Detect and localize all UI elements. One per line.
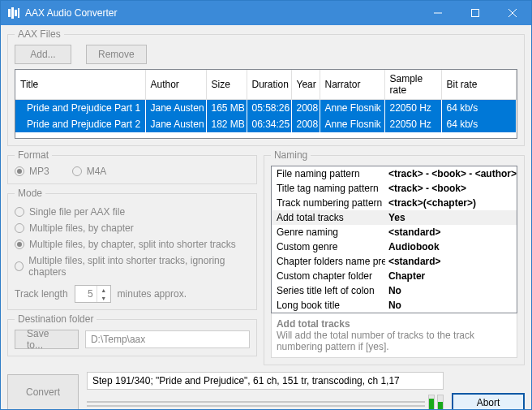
add-button[interactable]: Add... [15, 45, 71, 64]
table-row[interactable]: Pride and Prejudice Part 1 Jane Austen 1… [15, 100, 517, 117]
table-row[interactable]: Pride and Prejudice Part 2 Jane Austen 1… [15, 116, 517, 132]
track-length-suffix: minutes approx. [118, 288, 187, 300]
naming-row[interactable]: Series title left of colonNo [272, 283, 517, 298]
naming-row[interactable]: Custom genreAudiobook [272, 240, 517, 254]
naming-row[interactable]: Track numbering pattern<track>(<chapter>… [272, 196, 517, 210]
remove-button[interactable]: Remove [86, 45, 147, 64]
naming-desc-head: Add total tracks [277, 318, 512, 330]
col-author[interactable]: Author [145, 70, 206, 100]
naming-row[interactable]: Title tag naming pattern<track> - <book> [272, 181, 517, 196]
app-window: AAX Audio Converter AAX Files Add... Rem… [0, 0, 532, 410]
client-area: AAX Files Add... Remove Title Author Siz… [1, 25, 531, 409]
mode-split-ignore-radio[interactable]: Multiple files, split into shorter track… [15, 255, 250, 278]
minimize-button[interactable] [419, 1, 457, 25]
aax-files-group: AAX Files Add... Remove Title Author Siz… [7, 28, 525, 146]
naming-row[interactable]: Add total tracksYes [272, 210, 517, 225]
table-header-row[interactable]: Title Author Size Duration Year Narrator… [15, 70, 517, 100]
naming-group: Naming File naming pattern<track> - <boo… [264, 149, 525, 365]
progress-bar-overall [87, 401, 425, 403]
radio-icon [15, 261, 24, 271]
svg-rect-2 [15, 10, 17, 16]
format-group: Format MP3 M4A [7, 149, 257, 184]
destination-path-field[interactable]: D:\Temp\aax [85, 330, 250, 348]
status-text: Step 191/340; "Pride and Prejudice", 61 … [87, 372, 444, 390]
titlebar[interactable]: AAX Audio Converter [1, 1, 531, 25]
svg-rect-1 [11, 7, 14, 19]
col-sample-rate[interactable]: Sample rate [384, 70, 441, 100]
naming-row[interactable]: Genre naming<standard> [272, 225, 517, 240]
naming-description: Add total tracks Will add the total numb… [271, 313, 517, 358]
files-table[interactable]: Title Author Size Duration Year Narrator… [15, 69, 517, 139]
col-narrator[interactable]: Narrator [320, 70, 384, 100]
svg-rect-0 [8, 9, 11, 17]
level-meters [428, 395, 444, 409]
naming-legend: Naming [271, 149, 311, 161]
track-length-spinner[interactable]: ▲▼ [75, 285, 111, 303]
format-mp3-radio[interactable]: MP3 [15, 166, 49, 177]
col-size[interactable]: Size [206, 70, 247, 100]
app-icon [7, 6, 20, 19]
save-to-button[interactable]: Save to... [15, 330, 79, 349]
destination-legend: Destination folder [15, 313, 97, 325]
mode-legend: Mode [15, 188, 45, 199]
progress-bar-step [87, 405, 425, 407]
radio-icon [15, 240, 24, 249]
radio-icon [72, 166, 82, 176]
convert-button[interactable]: Convert [7, 374, 79, 409]
destination-group: Destination folder Save to... D:\Temp\aa… [7, 313, 257, 356]
window-title: AAX Audio Converter [25, 7, 419, 19]
naming-row[interactable]: Chapter folders name prefix<standard> [272, 254, 517, 269]
track-length-input[interactable] [75, 286, 97, 302]
col-duration[interactable]: Duration [247, 70, 291, 100]
mode-by-chapter-split-radio[interactable]: Multiple files, by chapter, split into s… [15, 239, 236, 250]
svg-rect-3 [18, 8, 19, 18]
radio-icon [15, 207, 24, 217]
mode-group: Mode Single file per AAX file Multiple f… [7, 188, 257, 310]
format-m4a-radio[interactable]: M4A [72, 166, 107, 177]
maximize-button[interactable] [457, 1, 494, 25]
svg-rect-5 [472, 10, 479, 17]
spinner-up-icon[interactable]: ▲ [97, 286, 110, 294]
col-title[interactable]: Title [15, 70, 145, 100]
track-length-label: Track length [15, 288, 68, 300]
abort-button[interactable]: Abort [452, 393, 525, 409]
aax-files-legend: AAX Files [15, 28, 64, 40]
naming-row[interactable]: File naming pattern<track> - <book> - <a… [272, 166, 517, 181]
naming-row[interactable]: Custom chapter folderChapter [272, 269, 517, 283]
col-bit-rate[interactable]: Bit rate [441, 70, 517, 100]
close-button[interactable] [494, 1, 531, 25]
naming-table[interactable]: File naming pattern<track> - <book> - <a… [271, 166, 517, 313]
radio-icon [15, 166, 24, 176]
naming-row[interactable]: Long book titleNo [272, 298, 517, 313]
col-year[interactable]: Year [291, 70, 320, 100]
naming-desc-body: Will add the total number of tracks to t… [277, 330, 512, 352]
format-legend: Format [15, 149, 52, 161]
mode-single-radio[interactable]: Single file per AAX file [15, 206, 125, 218]
spinner-down-icon[interactable]: ▼ [97, 294, 110, 302]
radio-icon [15, 223, 24, 233]
mode-by-chapter-radio[interactable]: Multiple files, by chapter [15, 222, 134, 234]
